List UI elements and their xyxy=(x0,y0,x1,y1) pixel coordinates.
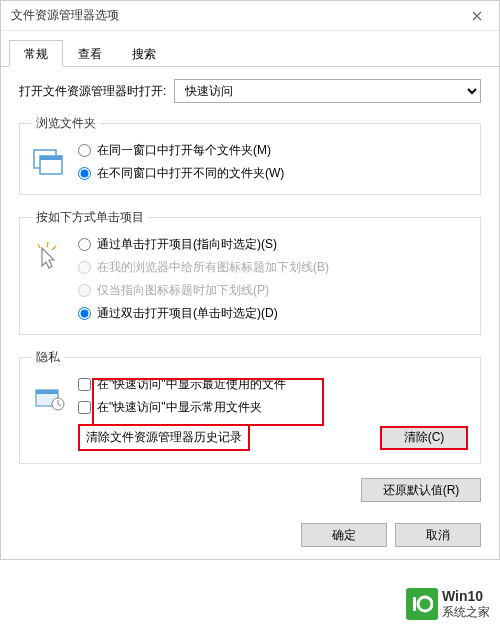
click-option-single[interactable]: 通过单击打开项目(指向时选定)(S) xyxy=(78,236,468,253)
click-radio-0[interactable] xyxy=(78,238,91,251)
svg-rect-6 xyxy=(413,597,416,611)
dialog-footer: 确定 取消 xyxy=(301,523,481,547)
close-icon xyxy=(472,11,482,21)
privacy-legend: 隐私 xyxy=(32,349,64,366)
privacy-group: 隐私 在"快速访问"中显示最近使用的文件 在"快速访问"中显示常用文件夹 xyxy=(19,349,481,464)
click-radio-2 xyxy=(78,284,91,297)
ok-button[interactable]: 确定 xyxy=(301,523,387,547)
cancel-button[interactable]: 取消 xyxy=(395,523,481,547)
click-option-underline-point: 仅当指向图标标题时加下划线(P) xyxy=(78,282,468,299)
cursor-click-icon xyxy=(32,240,66,274)
click-radio-1 xyxy=(78,261,91,274)
browse-option-same-window[interactable]: 在同一窗口中打开每个文件夹(M) xyxy=(78,142,468,159)
clear-history-label: 清除文件资源管理器历史记录 xyxy=(78,424,250,451)
browse-radio-0[interactable] xyxy=(78,144,91,157)
watermark-text: Win10 系统之家 xyxy=(442,588,490,619)
open-target-select[interactable]: 快速访问 xyxy=(174,79,481,103)
privacy-check-0[interactable] xyxy=(78,378,91,391)
window-title: 文件资源管理器选项 xyxy=(11,7,119,24)
click-radio-3[interactable] xyxy=(78,307,91,320)
open-target-row: 打开文件资源管理器时打开: 快速访问 xyxy=(19,79,481,103)
svg-rect-4 xyxy=(36,390,58,394)
privacy-check-1[interactable] xyxy=(78,401,91,414)
tab-search[interactable]: 搜索 xyxy=(117,40,171,67)
clear-button[interactable]: 清除(C) xyxy=(380,426,468,450)
folder-window-icon xyxy=(32,146,66,180)
click-legend: 按如下方式单击项目 xyxy=(32,209,148,226)
browse-option-different-window[interactable]: 在不同窗口中打开不同的文件夹(W) xyxy=(78,165,468,182)
restore-defaults-button[interactable]: 还原默认值(R) xyxy=(361,478,481,502)
tab-bar: 常规 查看 搜索 xyxy=(1,39,499,67)
svg-point-7 xyxy=(418,597,432,611)
tab-general[interactable]: 常规 xyxy=(9,40,63,67)
tab-content: 打开文件资源管理器时打开: 快速访问 浏览文件夹 在同一窗口中打开每个文件夹(M… xyxy=(1,67,499,514)
click-option-underline-all: 在我的浏览器中给所有图标标题加下划线(B) xyxy=(78,259,468,276)
svg-rect-2 xyxy=(40,156,62,160)
watermark: Win10 系统之家 xyxy=(406,588,490,620)
browse-group: 浏览文件夹 在同一窗口中打开每个文件夹(M) 在不同窗口中打开不同的文件夹(W) xyxy=(19,115,481,195)
tab-view[interactable]: 查看 xyxy=(63,40,117,67)
privacy-option-frequent-folders[interactable]: 在"快速访问"中显示常用文件夹 xyxy=(78,399,468,416)
titlebar: 文件资源管理器选项 xyxy=(1,1,499,31)
dialog-window: 文件资源管理器选项 常规 查看 搜索 打开文件资源管理器时打开: 快速访问 浏览… xyxy=(0,0,500,560)
click-option-double[interactable]: 通过双击打开项目(单击时选定)(D) xyxy=(78,305,468,322)
privacy-icon xyxy=(32,380,66,414)
click-group: 按如下方式单击项目 通过单击打开项目(指向时选定)(S) 在我的浏览器中给所有图… xyxy=(19,209,481,335)
close-button[interactable] xyxy=(454,1,499,31)
privacy-option-recent-files[interactable]: 在"快速访问"中显示最近使用的文件 xyxy=(78,376,468,393)
browse-legend: 浏览文件夹 xyxy=(32,115,100,132)
open-target-label: 打开文件资源管理器时打开: xyxy=(19,83,166,100)
browse-radio-1[interactable] xyxy=(78,167,91,180)
watermark-logo-icon xyxy=(406,588,438,620)
